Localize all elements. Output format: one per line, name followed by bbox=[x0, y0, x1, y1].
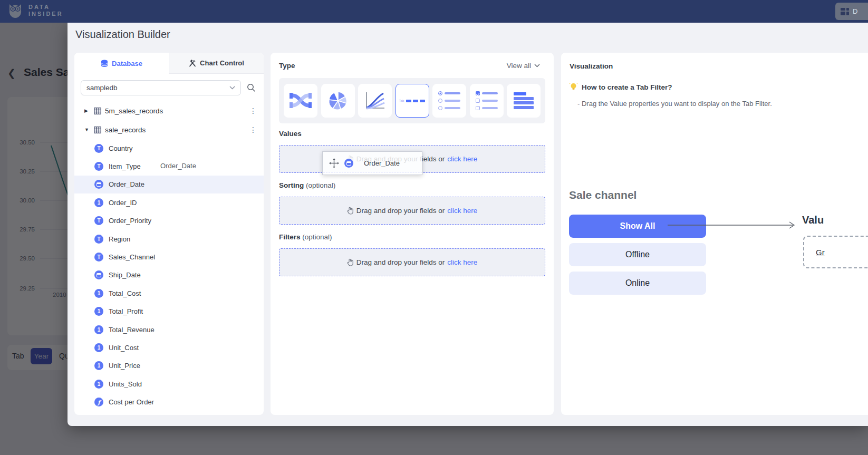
field-label: Order_ID bbox=[109, 199, 137, 207]
number-field-icon: 1 bbox=[94, 289, 103, 298]
field-cost-per-order[interactable]: ƒ Cost per Order bbox=[74, 393, 264, 411]
filters-label: Filters bbox=[279, 233, 301, 241]
optional-label: (optional) bbox=[302, 233, 332, 241]
kebab-menu-icon[interactable]: ⋮ bbox=[249, 125, 257, 134]
lightbulb-icon bbox=[570, 83, 577, 91]
field-unit-cost[interactable]: 1 Unit_Cost bbox=[74, 338, 264, 356]
field-label: Total_Cost bbox=[109, 289, 141, 297]
field-order-date[interactable]: Order_Date bbox=[74, 176, 264, 193]
values-section-label: Values bbox=[279, 130, 302, 138]
field-country[interactable]: T Country bbox=[74, 139, 264, 157]
sankey-chart-icon bbox=[289, 91, 312, 110]
field-label: Cost per Order bbox=[109, 398, 154, 406]
field-ship-date[interactable]: Ship_Date bbox=[74, 266, 264, 284]
filters-dropzone[interactable]: Drag and drop your fields or click here bbox=[279, 248, 545, 276]
group-link[interactable]: Gr bbox=[816, 248, 825, 257]
chart-config-panel: Type View all bbox=[271, 53, 554, 415]
option-online[interactable]: Online bbox=[569, 272, 706, 295]
field-total-profit[interactable]: 1 Total_Profit bbox=[74, 303, 264, 321]
option-offline[interactable]: Offline bbox=[569, 243, 706, 266]
top-navbar: DATA INSIDER D bbox=[0, 0, 868, 23]
table-chart-icon bbox=[514, 92, 534, 109]
field-units-sold[interactable]: 1 Units_Sold bbox=[74, 375, 264, 393]
view-all-button[interactable]: View all bbox=[507, 62, 540, 70]
tab-filter-icon-label: Tab bbox=[399, 99, 404, 102]
text-field-icon: T bbox=[94, 162, 103, 171]
click-here-link[interactable]: click here bbox=[447, 258, 477, 266]
preview-title: Sale channel bbox=[569, 189, 636, 201]
field-label: Order_Priority bbox=[109, 217, 151, 225]
sorting-label: Sorting bbox=[279, 181, 304, 189]
chart-type-line[interactable] bbox=[358, 84, 392, 118]
field-label: Region bbox=[109, 235, 130, 243]
text-field-icon: T bbox=[94, 144, 103, 153]
field-unit-price[interactable]: 1 Unit_Price bbox=[74, 357, 264, 375]
kebab-menu-icon[interactable]: ⋮ bbox=[249, 107, 257, 115]
field-label: Total_Profit bbox=[109, 307, 143, 315]
multi-select-filter-icon bbox=[476, 91, 498, 110]
drag-ghost-card[interactable]: Order_Date bbox=[322, 151, 422, 175]
filters-section-label: Filters (optional) bbox=[279, 233, 332, 241]
click-here-link[interactable]: click here bbox=[447, 155, 477, 163]
chart-type-tab-filter[interactable]: Tab bbox=[396, 84, 429, 118]
field-order-priority[interactable]: T Order_Priority bbox=[74, 212, 264, 230]
drag-source-ghost-label: Order_Date bbox=[160, 162, 196, 170]
chart-type-single-select[interactable] bbox=[432, 84, 466, 118]
brand-line1: DATA bbox=[28, 4, 63, 11]
chart-type-sankey[interactable] bbox=[284, 84, 317, 118]
dashboard-button-label: D bbox=[853, 7, 857, 15]
annotation-value-label: Valu bbox=[802, 214, 824, 226]
tab-database-label: Database bbox=[112, 60, 142, 67]
field-label: Order_Date bbox=[109, 180, 144, 188]
optional-label: (optional) bbox=[306, 181, 335, 189]
tree-item-sale-records[interactable]: ▼ sale_records ⋮ bbox=[74, 120, 264, 139]
brand-logo[interactable]: DATA INSIDER bbox=[7, 2, 63, 19]
datasource-value: sampledb bbox=[86, 84, 118, 92]
datasource-select[interactable]: sampledb bbox=[81, 80, 241, 95]
field-label: Country bbox=[109, 144, 133, 152]
tab-chart-control[interactable]: Chart Control bbox=[169, 53, 264, 74]
table-icon bbox=[94, 108, 101, 114]
dropzone-hint: Drag and drop your fields or bbox=[356, 207, 445, 215]
field-order-id[interactable]: 1 Order_ID bbox=[74, 193, 264, 211]
table-icon bbox=[94, 127, 101, 133]
type-section-label: Type bbox=[279, 62, 295, 70]
annotation-group-box: Gr bbox=[803, 236, 868, 268]
drag-hand-icon bbox=[347, 207, 354, 215]
field-label: Units_Sold bbox=[109, 380, 142, 388]
caret-down-icon[interactable]: ▼ bbox=[84, 127, 93, 132]
text-field-icon: T bbox=[94, 253, 103, 262]
chart-type-table[interactable] bbox=[507, 84, 541, 118]
chevron-down-icon bbox=[229, 86, 235, 90]
visualization-header: Visualization bbox=[570, 62, 613, 70]
tab-chart-control-label: Chart Control bbox=[200, 59, 244, 67]
annotation-arrow bbox=[668, 220, 798, 230]
drag-ghost-label: Order_Date bbox=[364, 159, 400, 167]
tip-body: - Drag the Value properties you want to … bbox=[577, 100, 772, 108]
function-field-icon: ƒ bbox=[94, 398, 103, 406]
caret-right-icon[interactable]: ▶ bbox=[84, 108, 93, 113]
tree-item-5m-sales-records[interactable]: ▶ 5m_sales_records ⋮ bbox=[74, 101, 264, 120]
field-total-revenue[interactable]: 1 Total_Revenue bbox=[74, 321, 264, 338]
date-field-icon bbox=[94, 180, 103, 189]
owl-logo-icon bbox=[7, 2, 23, 19]
dashboard-button[interactable]: D bbox=[835, 3, 868, 20]
view-all-label: View all bbox=[507, 62, 531, 70]
database-icon bbox=[101, 60, 108, 67]
number-field-icon: 1 bbox=[94, 307, 103, 316]
date-field-icon bbox=[344, 159, 353, 168]
chart-type-pie[interactable] bbox=[321, 84, 355, 118]
tab-database[interactable]: Database bbox=[74, 53, 169, 74]
field-label: Unit_Price bbox=[109, 362, 140, 370]
click-here-link[interactable]: click here bbox=[447, 207, 477, 215]
tools-icon bbox=[189, 60, 196, 67]
chart-type-multi-select[interactable] bbox=[470, 84, 504, 118]
brand-line2: INSIDER bbox=[28, 11, 63, 17]
sorting-dropzone[interactable]: Drag and drop your fields or click here bbox=[279, 197, 545, 225]
field-total-cost[interactable]: 1 Total_Cost bbox=[74, 284, 264, 302]
field-sales-channel[interactable]: T Sales_Channel bbox=[74, 248, 264, 266]
field-label: Total_Revenue bbox=[109, 326, 155, 334]
field-region[interactable]: T Region bbox=[74, 230, 264, 248]
search-icon[interactable] bbox=[247, 83, 256, 92]
modal-title: Visualization Builder bbox=[75, 28, 170, 41]
